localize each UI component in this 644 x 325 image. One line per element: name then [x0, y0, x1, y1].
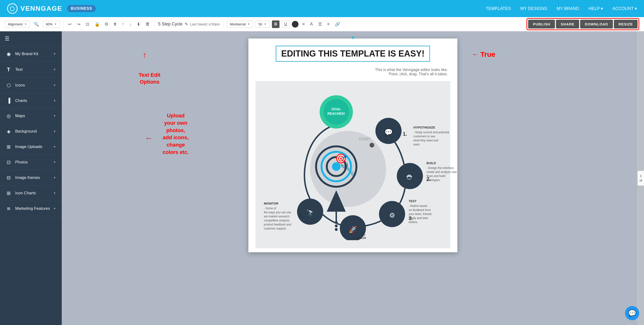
svg-text:⚙: ⚙ — [389, 212, 395, 219]
sidebar-item-marketing-features[interactable]: ≋ Marketing Features ▼ — [0, 201, 62, 216]
svg-text:customers to see: customers to see — [414, 135, 435, 138]
sidebar-item-image-frames[interactable]: ⊟ Image frames ▼ — [0, 170, 62, 186]
icons-icon: ⬡ — [6, 82, 12, 88]
sidebar-label-my-brand-kit: My Brand Kit — [15, 52, 38, 56]
hamburger-menu[interactable]: ☰ — [0, 31, 62, 46]
zoom-dropdown-arrow: ▼ — [54, 23, 57, 26]
logo[interactable]: ◯ VENNGAGE — [7, 3, 62, 14]
selection-handle[interactable] — [352, 36, 354, 39]
edit-title-icon[interactable]: ✎ — [185, 22, 188, 26]
svg-text:testers.: testers. — [409, 220, 418, 224]
underline-button[interactable]: U — [282, 21, 290, 28]
photos-icon: ⊡ — [6, 159, 12, 165]
text-color-picker[interactable] — [292, 21, 298, 28]
delete-button[interactable]: 🗑 — [144, 20, 151, 28]
toolbar-separator-2 — [154, 21, 155, 28]
toolbar: Alignment ▼ 🔍 60% ▼ ↩ ↪ ⊡ 🔒 ⧉ ⬆ ↑ ↓ ⬇ 🗑 … — [0, 17, 644, 31]
sidebar-label-icons: Icons — [15, 83, 25, 88]
sidebar-item-text[interactable]: T Text ▼ — [0, 62, 62, 78]
align-button[interactable]: ≡ — [301, 20, 306, 28]
document-title[interactable]: 5 Step Cycle — [158, 22, 182, 27]
chat-bubble-button[interactable]: 💬 — [625, 306, 639, 320]
app-name: VENNGAGE — [20, 5, 62, 12]
sidebar-item-maps[interactable]: ◎ Maps ▼ — [0, 108, 62, 124]
download-button[interactable]: DOWNLOAD — [580, 20, 613, 29]
red-arrow-up: ↑ — [142, 50, 146, 60]
sidebar-item-charts[interactable]: ▐ Charts ▼ — [0, 93, 62, 108]
svg-text:1.: 1. — [403, 131, 407, 137]
link-button[interactable]: 🔗 — [334, 20, 342, 28]
zoom-dropdown[interactable]: 60% ▼ — [43, 21, 60, 28]
subtitle-line1: This is what the Venngage editor looks l… — [258, 68, 448, 72]
down-button[interactable]: ↓ — [128, 20, 133, 28]
image-uploads-icon: ⊞ — [6, 144, 12, 150]
sidebar-item-image-uploads[interactable]: ⊞ Image Uploads ▼ — [0, 139, 62, 155]
main-layout: ☰ ◉ My Brand Kit ▼ T Text ▼ ⬡ Icons ▼ — [0, 31, 644, 325]
template-title-area[interactable]: EDITING THIS TEMPLATE IS EASY! — [248, 39, 457, 65]
svg-point-21 — [335, 228, 338, 231]
alignment-dropdown[interactable]: Alignment ▼ — [5, 21, 30, 28]
canvas[interactable]: ← True EDITING THIS TEMPLATE IS EASY! Th… — [248, 39, 457, 252]
icon-charts-icon: ⊞ — [6, 190, 12, 196]
sidebar-item-background[interactable]: ◈ Background ▼ — [0, 124, 62, 139]
crop-button[interactable]: ⊡ — [84, 20, 91, 28]
resize-button[interactable]: RESIZE — [614, 20, 638, 29]
sidebar-label-icon-charts: Icon Charts — [15, 191, 36, 195]
sidebar-label-photos: Photos — [15, 160, 28, 165]
marketing-features-icon: ≋ — [6, 206, 12, 211]
bold-button[interactable]: B — [272, 21, 280, 28]
charts-icon: ▐ — [6, 98, 12, 103]
nav-help[interactable]: HELP ▾ — [589, 6, 603, 11]
redo-button[interactable]: ↪ — [76, 20, 82, 28]
page-indicator: 1 of — [638, 171, 644, 186]
cycle-diagram: 🔧 💬 ⛑ ⚙ — [263, 88, 457, 240]
svg-text:- Refine based: - Refine based — [409, 204, 427, 208]
font-size-adj[interactable]: A — [309, 20, 314, 28]
svg-text:customer support.: customer support. — [264, 227, 286, 230]
move-down-button[interactable]: ⬇ — [135, 20, 142, 28]
sidebar-arrow-icon-charts: ▼ — [53, 191, 56, 195]
list-numbered[interactable]: ≡ — [326, 20, 331, 28]
nav-my-brand[interactable]: MY BRAND — [556, 6, 579, 11]
svg-text:LAUNCH: LAUNCH — [353, 236, 366, 240]
sidebar-arrow-icons: ▼ — [53, 84, 56, 87]
sidebar-item-icon-charts[interactable]: ⊞ Icon Charts ▼ — [0, 186, 62, 201]
chat-icon: 💬 — [628, 309, 636, 317]
image-frames-icon: ⊟ — [6, 175, 12, 181]
sidebar-arrow-photos: ▼ — [53, 161, 56, 164]
sidebar-label-maps: Maps — [15, 114, 25, 118]
svg-text:4.: 4. — [361, 231, 366, 237]
zoom-fit-button[interactable]: 🔍 — [32, 20, 40, 28]
svg-text:prototypes.: prototypes. — [426, 178, 440, 182]
svg-text:competitive analysis,: competitive analysis, — [264, 219, 290, 222]
svg-text:HYPOTHESIZE: HYPOTHESIZE — [414, 126, 435, 129]
plan-badge: BUSINESS — [67, 5, 96, 12]
sidebar-item-icons[interactable]: ⬡ Icons ▼ — [0, 78, 62, 93]
svg-text:family and beta: family and beta — [409, 216, 428, 220]
font-dropdown[interactable]: Montserrat ▼ — [227, 21, 253, 28]
canvas-area: ↑ Text EditOptions ← Uploadyour ownphoto… — [62, 31, 644, 325]
sidebar-item-my-brand-kit[interactable]: ◉ My Brand Kit ▼ — [0, 46, 62, 62]
nav-my-designs[interactable]: MY DESIGNS — [520, 6, 547, 11]
up-button[interactable]: ↑ — [121, 20, 126, 28]
font-size-dropdown[interactable]: 50 ▼ — [256, 21, 270, 28]
move-up-button[interactable]: ⬆ — [112, 20, 118, 28]
publish-button[interactable]: PUBLISH — [528, 20, 555, 29]
alignment-dropdown-arrow: ▼ — [24, 23, 27, 26]
my-brand-kit-icon: ◉ — [6, 51, 12, 57]
sidebar-arrow-background: ▼ — [53, 130, 56, 133]
svg-text:🚀: 🚀 — [349, 226, 357, 233]
sidebar-label-image-frames: Image frames — [15, 175, 40, 180]
svg-text:- Design the interface,: - Design the interface, — [426, 166, 454, 170]
nav-account[interactable]: ACCOUNT ▾ — [612, 6, 637, 11]
copy-button[interactable]: ⧉ — [104, 20, 110, 28]
list-bullet[interactable]: ☰ — [317, 20, 324, 28]
share-button[interactable]: SHARE — [556, 20, 579, 29]
sidebar-arrow-image-frames: ▼ — [53, 176, 56, 179]
sidebar-arrow-image-uploads: ▼ — [53, 145, 56, 148]
lock-button[interactable]: 🔒 — [93, 20, 101, 28]
sidebar-item-photos[interactable]: ⊡ Photos ▼ — [0, 155, 62, 170]
nav-templates[interactable]: TEMPLATES — [486, 6, 511, 11]
undo-button[interactable]: ↩ — [67, 20, 73, 28]
document-title-area: 5 Step Cycle ✎ Last Saved: 4:50pm — [158, 22, 220, 27]
